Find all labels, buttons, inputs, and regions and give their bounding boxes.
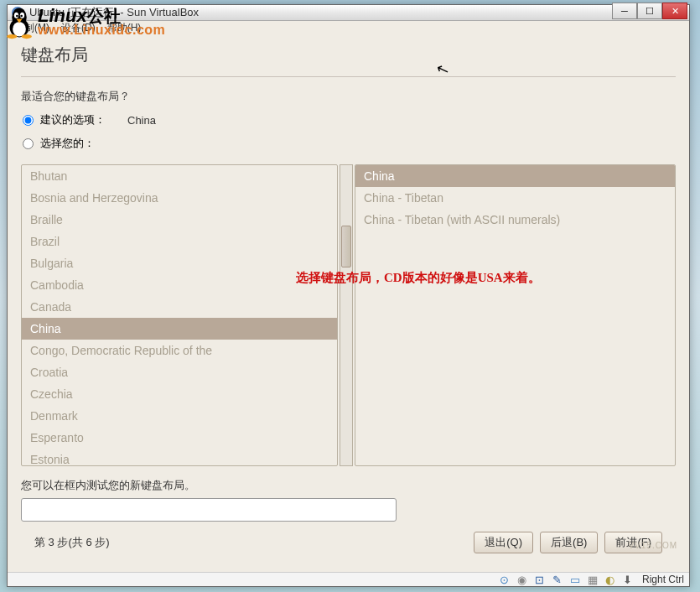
radio-suggested[interactable]: 建议的选项： China <box>21 112 676 127</box>
radio-suggested-value: China <box>127 114 156 127</box>
disk-icon[interactable]: ⊙ <box>498 573 511 586</box>
radio-suggested-input[interactable] <box>23 115 34 126</box>
test-label: 您可以在框内测试您的新键盘布局。 <box>21 478 676 493</box>
list-area: BhutanBosnia and HerzegovinaBrailleBrazi… <box>21 164 676 466</box>
list-item[interactable]: Braille <box>22 209 337 231</box>
step-indicator: 第 3 步(共 6 步) <box>34 535 110 550</box>
annotation-text: 选择键盘布局，CD版本的好像是USA来着。 <box>296 270 541 286</box>
display-icon[interactable]: ▭ <box>568 573 582 586</box>
svg-point-5 <box>16 15 18 18</box>
logo-url: www.Linuxidc.com <box>38 23 165 37</box>
list-item[interactable]: Brazil <box>22 231 337 252</box>
svg-point-2 <box>13 22 26 37</box>
list-item[interactable]: Esperanto <box>22 427 337 449</box>
variant-listbox[interactable]: ChinaChina - TibetanChina - Tibetan (wit… <box>355 164 676 466</box>
shared-folder-icon[interactable]: ▦ <box>586 573 599 586</box>
page-title: 键盘布局 <box>21 44 676 66</box>
question-label: 最适合您的键盘布局？ <box>21 89 676 104</box>
list-item[interactable]: Bulgaria <box>22 252 337 274</box>
list-item[interactable]: Canada <box>22 296 337 318</box>
svg-point-7 <box>7 34 17 39</box>
virtualbox-window: Ubuntu [正在运行] - Sun VirtualBox ─ ☐ ✕ 控制(… <box>7 4 690 587</box>
linux-logo-overlay: Linux公社 www.Linuxidc.com <box>4 4 165 39</box>
list-item[interactable]: Bhutan <box>22 165 337 187</box>
list-item[interactable]: Czechia <box>22 383 337 405</box>
list-item[interactable]: Croatia <box>22 361 337 383</box>
list-item[interactable]: China <box>355 165 675 187</box>
scrollbar[interactable] <box>340 164 353 466</box>
country-listbox[interactable]: BhutanBosnia and HerzegovinaBrailleBrazi… <box>21 164 338 466</box>
list-item[interactable]: Bosnia and Herzegovina <box>22 187 337 209</box>
mouse-integration-icon[interactable]: ◐ <box>604 573 617 586</box>
installer-content: 键盘布局 最适合您的键盘布局？ 建议的选项： China 选择您的： Bhuta… <box>8 35 689 572</box>
host-key-label: Right Ctrl <box>642 574 684 585</box>
divider <box>21 76 676 77</box>
list-item[interactable]: Congo, Democratic Republic of the <box>22 340 337 361</box>
radio-suggested-label: 建议的选项： <box>40 112 106 127</box>
radio-choose[interactable]: 选择您的： <box>21 136 676 151</box>
test-input[interactable] <box>21 498 397 522</box>
back-button[interactable]: 后退(B) <box>540 532 598 553</box>
network-icon[interactable]: ✎ <box>551 573 564 586</box>
statusbar: ⊙ ◉ ⊡ ✎ ▭ ▦ ◐ ⬇ Right Ctrl <box>8 572 689 586</box>
cd-icon[interactable]: ◉ <box>516 573 529 586</box>
penguin-icon <box>4 4 34 39</box>
minimize-button[interactable]: ─ <box>612 3 637 19</box>
list-item[interactable]: Cambodia <box>22 274 337 296</box>
list-item[interactable]: Estonia <box>22 449 337 466</box>
list-item[interactable]: Denmark <box>22 405 337 427</box>
radio-choose-input[interactable] <box>23 138 34 149</box>
maximize-button[interactable]: ☐ <box>637 3 662 19</box>
footer: 第 3 步(共 6 步) 退出(Q) 后退(B) 前进(F) <box>21 532 676 563</box>
radio-choose-label: 选择您的： <box>40 136 95 151</box>
usb-icon[interactable]: ⊡ <box>533 573 547 586</box>
keyboard-icon[interactable]: ⬇ <box>621 573 635 586</box>
watermark: VV15.COM <box>628 541 677 550</box>
quit-button[interactable]: 退出(Q) <box>474 532 533 553</box>
list-item[interactable]: China - Tibetan (with ASCII numerals) <box>355 209 675 231</box>
svg-point-6 <box>20 15 23 18</box>
close-button[interactable]: ✕ <box>662 3 687 19</box>
list-item[interactable]: China - Tibetan <box>355 187 675 209</box>
scroll-thumb[interactable] <box>341 226 351 267</box>
list-item[interactable]: China <box>22 318 337 340</box>
svg-point-8 <box>22 34 32 39</box>
